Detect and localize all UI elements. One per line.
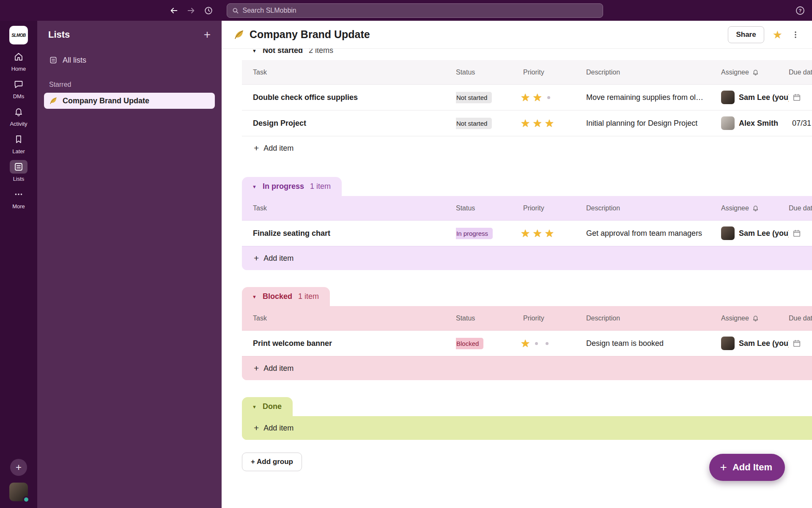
rail-item-later[interactable]: Later [10, 133, 27, 155]
assignee-cell[interactable]: Alex Smith [721, 116, 789, 130]
new-list-button[interactable]: + [204, 29, 211, 41]
create-new-button[interactable]: + [10, 459, 27, 476]
priority-dot [546, 342, 549, 345]
activity-bell-icon [14, 107, 24, 117]
search-input[interactable] [243, 7, 598, 14]
sidebar-title: Lists [48, 29, 204, 40]
star-icon: ★ [521, 228, 530, 239]
group-body: +Add item [242, 416, 812, 440]
rail-item-dms[interactable]: DMs [10, 77, 27, 99]
star-icon: ★ [545, 118, 554, 129]
description-cell[interactable]: Get approval from team managers [586, 229, 721, 238]
table-row[interactable]: Double check office supplies Not started… [242, 85, 812, 110]
status-badge[interactable]: Not started [456, 118, 492, 129]
priority-dot [535, 342, 538, 345]
plus-icon: + [254, 423, 259, 433]
assignee-avatar [721, 226, 735, 240]
add-item-button[interactable]: +Add item [242, 416, 812, 440]
status-cell[interactable]: Blocked [456, 338, 523, 349]
workspace-switcher[interactable]: SLMOB [9, 26, 28, 44]
assignee-avatar [721, 116, 735, 130]
forward-button[interactable] [185, 5, 197, 17]
due-date-cell[interactable]: 07/31 [789, 119, 812, 128]
more-options-button[interactable] [791, 30, 800, 39]
assignee-avatar [721, 337, 735, 350]
add-item-button[interactable]: +Add item [242, 356, 812, 380]
column-status: Status [456, 315, 523, 322]
main-panel: Company Brand Update Share ★ ▼ Not start… [222, 21, 812, 508]
lists-icon [14, 162, 24, 172]
back-arrow-icon [169, 6, 178, 15]
description-cell[interactable]: Move remaining supplies from ol… [586, 93, 721, 102]
status-dot [23, 496, 30, 503]
status-cell[interactable]: Not started [456, 118, 523, 129]
star-icon: ★ [532, 118, 542, 129]
search-icon [232, 7, 239, 14]
favorite-star-icon[interactable]: ★ [773, 29, 782, 40]
star-icon: ★ [532, 228, 542, 239]
column-assignee: Assignee [721, 315, 789, 322]
priority-stars[interactable]: ★★★ [521, 228, 586, 239]
priority-stars[interactable]: ★★★ [521, 118, 586, 129]
task-cell[interactable]: Double check office supplies [242, 93, 456, 102]
group-toggle-in-progress[interactable]: ▼ In progress 1 item [242, 177, 342, 196]
task-cell[interactable]: Finalize seating chart [242, 229, 456, 238]
assignee-cell[interactable]: Sam Lee (you) [721, 337, 789, 350]
plus-icon: + [254, 253, 259, 263]
table-row[interactable]: Design Project Not started ★★★ Initial p… [242, 110, 812, 136]
rail-item-home[interactable]: Home [10, 50, 27, 72]
status-badge[interactable]: In progress [456, 228, 493, 239]
bell-icon [752, 204, 759, 212]
due-date-cell[interactable] [789, 229, 812, 238]
priority-stars[interactable]: ★ [521, 338, 586, 349]
forward-arrow-icon [187, 6, 196, 15]
add-item-button[interactable]: +Add item [242, 246, 812, 270]
due-date-cell[interactable] [789, 93, 812, 102]
status-badge[interactable]: Not started [456, 92, 492, 103]
group-done: ▼ Done +Add item [242, 397, 812, 440]
plus-icon: + [254, 363, 259, 373]
back-button[interactable] [168, 5, 180, 17]
description-cell[interactable]: Initial planning for Design Project [586, 119, 721, 128]
description-cell[interactable]: Design team is booked [586, 339, 721, 348]
history-nav [168, 5, 214, 17]
star-icon: ★ [532, 92, 542, 103]
due-date-cell[interactable] [789, 339, 812, 348]
share-button[interactable]: Share [728, 26, 764, 43]
rail-item-more[interactable]: More [10, 188, 27, 210]
column-status: Status [456, 204, 523, 212]
add-item-fab[interactable]: + Add Item [709, 454, 785, 481]
history-button[interactable] [203, 5, 214, 17]
sidebar-item-all-lists[interactable]: All lists [44, 52, 215, 68]
help-button[interactable]: ? [794, 5, 806, 17]
group-toggle-done[interactable]: ▼ Done [242, 397, 293, 416]
table-header: Task Status Priority Description Assigne… [242, 196, 812, 221]
rail-item-lists[interactable]: Lists [10, 160, 27, 182]
assignee-cell[interactable]: Sam Lee (you) [721, 91, 789, 104]
priority-stars[interactable]: ★★ [521, 92, 586, 103]
sidebar-item-company-brand-update[interactable]: Company Brand Update [44, 93, 215, 109]
home-icon [14, 52, 24, 62]
add-item-button[interactable]: +Add item [242, 136, 812, 160]
task-cell[interactable]: Print welcome banner [242, 339, 456, 348]
task-cell[interactable]: Design Project [242, 119, 456, 128]
column-priority: Priority [523, 69, 586, 76]
rail-item-activity[interactable]: Activity [10, 105, 27, 127]
status-cell[interactable]: In progress [456, 228, 523, 239]
search-bar[interactable] [227, 3, 603, 18]
group-toggle-blocked[interactable]: ▼ Blocked 1 item [242, 287, 330, 306]
list-content: ▼ Not started 2 items Task Status Priori… [222, 49, 812, 508]
more-ellipsis-icon [14, 189, 24, 199]
all-lists-icon [49, 56, 58, 64]
column-description: Description [586, 69, 721, 76]
group-toggle-not-started[interactable]: ▼ Not started 2 items [242, 49, 344, 60]
table-row[interactable]: Finalize seating chart In progress ★★★ G… [242, 221, 812, 246]
user-avatar[interactable] [9, 483, 28, 501]
status-cell[interactable]: Not started [456, 92, 523, 103]
add-group-button[interactable]: +Add group [242, 453, 302, 471]
table-row[interactable]: Print welcome banner Blocked ★ Design te… [242, 331, 812, 356]
status-badge[interactable]: Blocked [456, 338, 483, 349]
sidebar-header: Lists + [37, 21, 222, 49]
assignee-cell[interactable]: Sam Lee (you) [721, 226, 789, 240]
svg-text:?: ? [798, 8, 801, 13]
